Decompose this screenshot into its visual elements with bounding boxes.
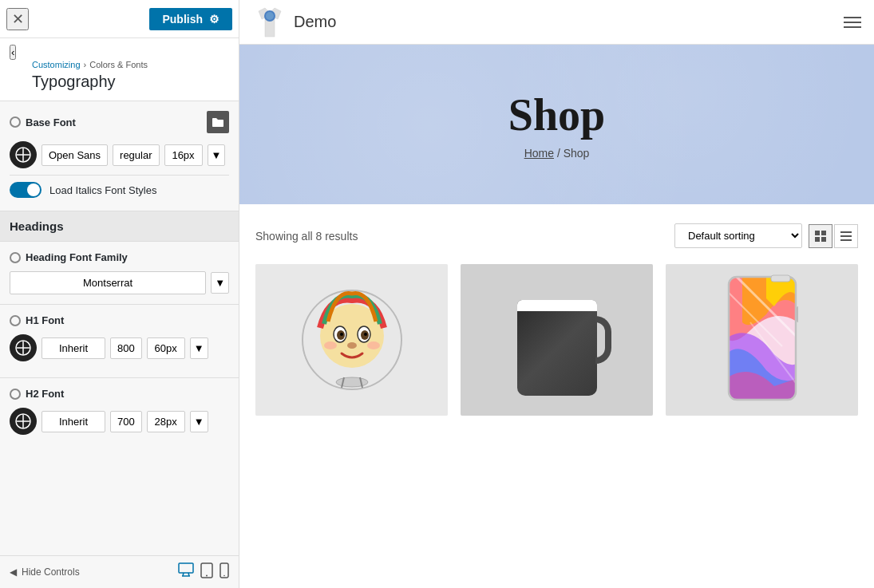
product-card-3[interactable] [666,264,858,416]
h2-font-section: H2 Font Inherit 700 28px ▼ [0,378,239,451]
mobile-icon[interactable] [219,562,229,582]
h1-font-size-button[interactable]: 60px [147,337,185,359]
heading-font-family-dropdown-row: Montserrat ▼ [10,271,229,294]
base-font-title: Base Font [26,116,76,128]
svg-point-16 [223,575,225,577]
heading-font-family-title: Heading Font Family [26,251,128,263]
base-font-weight-button[interactable]: regular [113,144,159,166]
breadcrumb-sep: / [557,147,564,160]
svg-point-34 [347,342,357,349]
menu-bar-3 [844,26,861,28]
h2-font-controls: Inherit 700 28px ▼ [10,408,229,435]
products-grid [255,264,858,416]
publish-button[interactable]: Publish ⚙ [149,8,232,30]
h1-font-label: H1 Font [10,314,229,326]
h2-font-name-button[interactable]: Inherit [42,411,105,432]
base-font-name-button[interactable]: Open Sans [42,144,108,166]
grid-view-button[interactable] [809,224,832,248]
svg-rect-47 [771,275,790,282]
hide-controls-button[interactable]: ◀ Hide Controls [10,566,80,578]
right-panel: Demo Shop Home / Shop Showing all 8 resu… [239,0,874,588]
menu-bar-1 [844,17,861,18]
shop-hero-title: Shop [508,89,605,140]
product-image-2 [461,264,653,416]
shop-hero: Shop Home / Shop [239,45,874,204]
breadcrumb-home-link[interactable]: Home [524,147,554,160]
svg-rect-20 [821,231,826,235]
svg-point-32 [340,333,343,336]
h1-font-weight-button[interactable]: 800 [110,337,142,359]
heading-font-family-button[interactable]: Montserrat [10,271,206,294]
h2-font-weight-button[interactable]: 700 [110,411,142,432]
back-button[interactable]: ‹ [10,45,16,60]
menu-icon[interactable] [844,17,861,28]
h1-font-name-button[interactable]: Inherit [42,337,105,359]
site-name: Demo [294,13,336,31]
svg-rect-9 [179,563,193,573]
mug-handle [595,316,611,364]
breadcrumb-customizing[interactable]: Customizing [32,60,81,69]
publish-label: Publish [162,13,203,26]
hide-controls-arrow: ◀ [10,566,17,578]
logo-svg [252,5,287,40]
italic-toggle-label: Load Italics Font Styles [49,184,156,196]
h1-font-arrow-button[interactable]: ▼ [190,337,208,359]
base-font-section: Base Font Open Sans regular 16px ▼ [0,101,239,211]
close-button[interactable]: ✕ [6,8,29,30]
mug-shape [517,300,597,396]
preview-topbar: Demo [239,0,874,45]
heading-font-family-circle-icon [10,252,21,263]
svg-rect-22 [821,237,826,242]
product-image-3 [666,264,858,416]
h1-font-circle-icon [10,315,21,326]
gear-icon: ⚙ [209,13,219,26]
base-font-size-button[interactable]: 16px [164,144,203,166]
italic-toggle-row: Load Italics Font Styles [10,176,229,201]
svg-point-37 [336,377,368,387]
base-font-circle-icon [10,116,21,128]
breadcrumb-separator: › [84,60,87,69]
h1-font-section: H1 Font Inherit 800 60px ▼ [0,305,239,377]
heading-font-family-arrow[interactable]: ▼ [211,272,229,294]
heading-font-family-section: Heading Font Family Montserrat ▼ [0,242,239,304]
tablet-icon[interactable] [200,562,213,582]
svg-point-14 [206,575,208,577]
product-image-1 [255,264,448,416]
product-card-2[interactable] [461,264,653,416]
svg-rect-19 [815,231,820,235]
svg-point-35 [324,341,337,349]
italic-toggle[interactable] [10,182,42,198]
list-view-button[interactable] [834,224,858,248]
base-font-arrow-button[interactable]: ▼ [208,144,226,166]
sort-select[interactable]: Default sorting [674,223,802,248]
phone-case-svg [726,274,798,402]
folder-icon-button[interactable] [207,111,229,133]
svg-point-18 [266,12,274,20]
svg-point-36 [367,341,380,349]
toolbar-right: Default sorting [674,223,858,248]
base-font-controls: Open Sans regular 16px ▼ [10,141,229,168]
h2-font-arrow-button[interactable]: ▼ [190,411,208,432]
page-title: Typography [10,69,229,91]
h1-font-icon [10,334,37,361]
svg-rect-25 [840,239,852,241]
breadcrumb-colors-fonts: Colors & Fonts [89,60,148,69]
h2-font-circle-icon [10,389,21,400]
desktop-icon[interactable] [178,562,194,582]
shop-content: Showing all 8 results Default sorting [239,204,874,435]
shop-hero-breadcrumb: Home / Shop [524,147,590,160]
mug-rim [517,300,597,311]
h2-font-title: H2 Font [26,388,64,400]
h2-font-size-button[interactable]: 28px [147,411,185,432]
base-font-label: Base Font [10,111,229,133]
results-count: Showing all 8 results [255,230,358,243]
svg-rect-48 [797,306,798,322]
svg-rect-23 [840,231,852,233]
headings-section-label: Headings [0,211,239,242]
view-toggle [809,224,858,248]
left-panel: ✕ Publish ⚙ ‹ Customizing › Colors & Fon… [0,0,239,588]
h2-font-label: H2 Font [10,388,229,400]
product-card-1[interactable] [255,264,448,416]
panel-footer: ◀ Hide Controls [0,555,239,588]
hide-controls-label: Hide Controls [22,566,80,578]
